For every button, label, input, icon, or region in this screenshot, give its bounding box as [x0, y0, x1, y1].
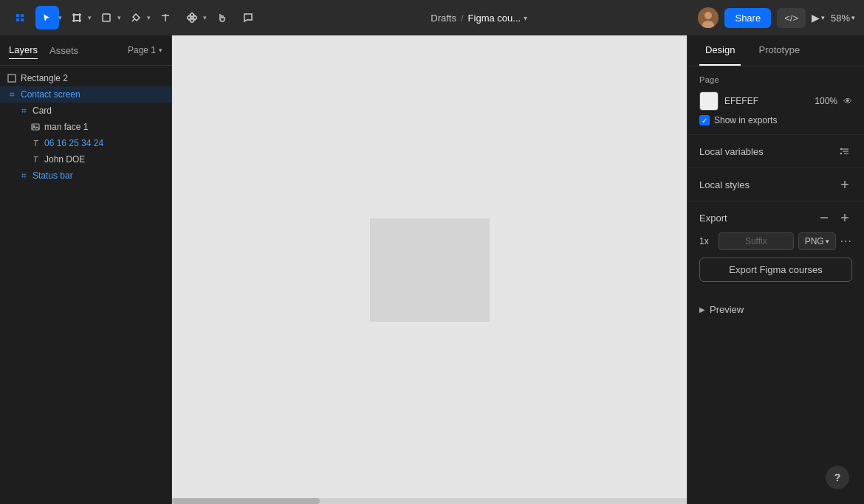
select-tool-button[interactable]: [35, 6, 59, 30]
page-color-row: EFEFEF 100% 👁: [699, 92, 852, 111]
page-selector[interactable]: Page 1 ▾: [128, 45, 162, 55]
svg-point-26: [840, 153, 842, 154]
pen-tool-group[interactable]: ▾: [124, 6, 151, 30]
right-panel: Design Prototype Page EFEFEF 100% 👁 ✓ Sh…: [687, 35, 864, 504]
export-scale-value[interactable]: 1x: [699, 236, 714, 246]
breadcrumb-chevron-icon: ▾: [524, 14, 527, 22]
layer-item-contact-screen[interactable]: ⌗ Contact screen: [0, 86, 171, 103]
toolbar-right: Share </> ▶ ▾ 58% ▾: [698, 7, 855, 28]
export-header-row: Export: [699, 210, 852, 225]
shape-tool-group[interactable]: ▾: [95, 6, 121, 30]
page-opacity-value[interactable]: 100%: [815, 96, 837, 106]
svg-rect-14: [190, 13, 194, 17]
layer-item-rectangle2[interactable]: Rectangle 2: [0, 70, 171, 86]
layer-item-card[interactable]: ⌗ Card: [12, 103, 171, 119]
layer-icon-shape: [6, 72, 18, 84]
toolbar-center: Drafts / Figma cou... ▾: [263, 13, 695, 24]
code-button[interactable]: </>: [777, 8, 806, 28]
svg-rect-3: [21, 18, 24, 21]
right-panel-tabs: Design Prototype: [688, 35, 864, 66]
layer-icon-text-phone: T: [30, 137, 41, 149]
layer-item-status-bar[interactable]: ⌗ Status bar: [12, 168, 171, 184]
local-styles-title: Local styles: [699, 179, 837, 190]
svg-rect-15: [190, 18, 194, 23]
export-more-button[interactable]: ···: [840, 235, 852, 248]
show-in-exports-checkbox[interactable]: ✓: [699, 115, 710, 125]
left-panel: Layers Assets Page 1 ▾ Rectangle 2 ⌗ Con…: [0, 35, 172, 504]
page-section: Page EFEFEF 100% 👁 ✓ Show in exports: [688, 66, 864, 135]
export-format-chevron-icon: ▾: [826, 238, 829, 245]
export-add-button[interactable]: [837, 210, 852, 225]
svg-rect-1: [21, 14, 24, 17]
local-styles-section: Local styles: [688, 168, 864, 201]
play-icon: ▶: [812, 12, 820, 24]
export-title: Export: [699, 213, 811, 224]
layer-icon-image: [30, 121, 41, 133]
breadcrumb: Drafts / Figma cou... ▾: [431, 13, 527, 24]
share-button[interactable]: Share: [724, 8, 771, 28]
text-tool-button[interactable]: [154, 6, 177, 30]
play-button[interactable]: ▶ ▾: [812, 12, 825, 24]
component-tool-group[interactable]: ▾: [180, 6, 207, 30]
main-menu-button[interactable]: [9, 6, 32, 30]
toolbar: ▾ ▾ ▾: [0, 0, 864, 35]
show-in-exports-row: ✓ Show in exports: [699, 115, 852, 125]
preview-chevron-icon: ▶: [699, 305, 705, 314]
shape-tool-button[interactable]: [95, 6, 118, 30]
page-color-swatch[interactable]: [699, 92, 719, 111]
local-variables-settings-button[interactable]: [837, 144, 852, 159]
zoom-chevron-icon: ▾: [851, 14, 855, 21]
breadcrumb-current[interactable]: Figma cou... ▾: [468, 13, 528, 24]
layer-item-man-face[interactable]: man face 1: [24, 119, 171, 135]
page-chevron-icon: ▾: [159, 46, 162, 54]
select-chevron: ▾: [58, 14, 62, 21]
zoom-indicator[interactable]: 58% ▾: [831, 13, 855, 24]
layer-item-phone-number[interactable]: T 06 16 25 34 24: [24, 135, 171, 151]
frame-tool-button[interactable]: [65, 6, 89, 30]
layer-item-name[interactable]: T John DOE: [24, 151, 171, 168]
canvas-area[interactable]: [172, 35, 687, 504]
export-suffix-field[interactable]: Suffix: [719, 232, 794, 250]
export-button[interactable]: Export Figma courses: [699, 258, 852, 282]
main-area: Layers Assets Page 1 ▾ Rectangle 2 ⌗ Con…: [0, 35, 864, 504]
pen-tool-button[interactable]: [124, 6, 148, 30]
tab-assets[interactable]: Assets: [49, 42, 78, 59]
local-styles-add-button[interactable]: [837, 177, 852, 192]
export-format-selector[interactable]: PNG ▾: [798, 232, 836, 250]
page-section-title: Page: [699, 75, 852, 84]
layer-icon-text-name: T: [30, 153, 41, 165]
svg-rect-4: [74, 15, 80, 21]
pen-chevron: ▾: [147, 14, 151, 21]
code-icon: </>: [784, 13, 798, 24]
panel-tabs: Layers Assets Page 1 ▾: [0, 35, 171, 66]
layer-tree: Rectangle 2 ⌗ Contact screen ⌗ Card man …: [0, 66, 171, 504]
svg-rect-0: [16, 14, 19, 17]
tab-design[interactable]: Design: [699, 35, 741, 66]
comment-tool-button[interactable]: [236, 6, 260, 30]
show-in-exports-label: Show in exports: [714, 115, 777, 125]
layer-icon-frame-card: ⌗: [18, 105, 30, 117]
frame-tool-group[interactable]: ▾: [65, 6, 92, 30]
select-tool-group[interactable]: ▾: [35, 6, 62, 30]
help-button[interactable]: ?: [826, 466, 849, 489]
tab-layers[interactable]: Layers: [9, 41, 38, 59]
page-color-hex[interactable]: EFEFEF: [724, 96, 809, 106]
page-visibility-icon[interactable]: 👁: [843, 96, 852, 106]
component-chevron: ▾: [203, 14, 207, 21]
svg-rect-12: [187, 15, 191, 20]
hand-tool-button[interactable]: [210, 6, 233, 30]
layer-icon-frame-contact: ⌗: [6, 89, 18, 100]
horizontal-scrollbar[interactable]: [172, 498, 687, 504]
export-remove-button[interactable]: [817, 210, 832, 225]
breadcrumb-drafts[interactable]: Drafts: [431, 13, 456, 24]
toolbar-left: ▾ ▾ ▾: [9, 6, 260, 30]
svg-rect-13: [193, 15, 197, 20]
svg-rect-19: [8, 75, 16, 82]
layer-icon-frame-status: ⌗: [18, 170, 30, 182]
component-tool-button[interactable]: [180, 6, 204, 30]
local-variables-section: Local variables: [688, 135, 864, 168]
tab-prototype[interactable]: Prototype: [752, 35, 806, 66]
svg-rect-9: [103, 14, 110, 21]
preview-section[interactable]: ▶ Preview: [688, 298, 864, 321]
scrollbar-thumb[interactable]: [172, 498, 320, 504]
